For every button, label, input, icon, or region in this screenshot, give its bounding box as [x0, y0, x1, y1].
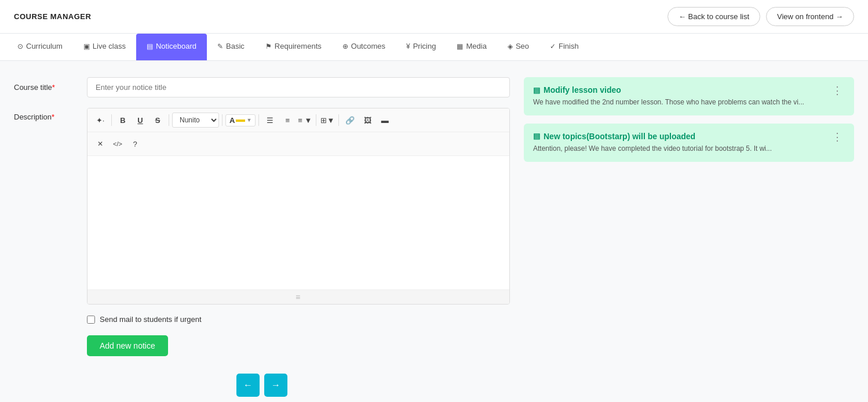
tab-noticeboard[interactable]: ▤ Noticeboard — [136, 34, 207, 60]
notice-card-2: ▤ New topics(Bootstarp) will be uploaded… — [524, 124, 854, 162]
course-title-row: Course title* — [14, 77, 510, 97]
topbar-actions: ← Back to course list View on frontend → — [668, 7, 854, 26]
finish-icon: ✓ — [550, 42, 556, 50]
notice-card-2-desc: Attention, please! We have completed the… — [533, 144, 830, 154]
liveclass-icon: ▣ — [83, 42, 90, 50]
magic-toolbar-button[interactable]: ✦· — [92, 112, 108, 128]
next-page-button[interactable]: → — [264, 374, 287, 397]
image-button[interactable]: 🖼 — [359, 112, 375, 128]
bold-button[interactable]: B — [115, 112, 131, 128]
tab-liveclass[interactable]: ▣ Live class — [73, 34, 136, 60]
send-mail-checkbox[interactable] — [87, 316, 95, 324]
editor-resize-bar[interactable]: ≡ — [87, 289, 509, 304]
align-button[interactable]: ≡ ▼ — [297, 112, 313, 128]
notice-card-2-icon: ▤ — [533, 132, 540, 140]
description-row: Description* ✦· B U S Nunito Arial Georg… — [14, 108, 510, 305]
notice-card-1-content: ▤ Modify lesson video We have modified t… — [533, 85, 830, 107]
bottom-navigation: ← → — [14, 362, 510, 402]
toolbar-separator-2 — [169, 114, 169, 126]
curriculum-icon: ⊙ — [17, 42, 23, 50]
tab-pricing[interactable]: ¥ Pricing — [396, 34, 446, 60]
table-button[interactable]: ⊞▼ — [319, 112, 335, 128]
notice-card-1-icon: ▤ — [533, 86, 540, 95]
basic-icon: ✎ — [217, 42, 223, 50]
notice-card-1-title: ▤ Modify lesson video — [533, 85, 830, 95]
tabs-bar: ⊙ Curriculum ▣ Live class ▤ Noticeboard … — [0, 34, 868, 61]
link-button[interactable]: 🔗 — [342, 112, 358, 128]
seo-icon: ◈ — [508, 42, 513, 50]
clean-format-button[interactable]: ✕ — [92, 136, 108, 152]
app-title: COURSE MANAGER — [14, 12, 91, 21]
add-notice-wrapper: Add new notice — [87, 335, 510, 356]
color-indicator — [236, 119, 245, 122]
toolbar-separator-4 — [258, 114, 259, 126]
unordered-list-button[interactable]: ☰ — [262, 112, 278, 128]
toolbar-separator-1 — [111, 114, 112, 126]
toolbar-separator-6 — [338, 114, 339, 126]
strikethrough-button[interactable]: S — [149, 112, 166, 128]
tab-finish[interactable]: ✓ Finish — [539, 34, 589, 60]
notice-card-1-desc: We have modified the 2nd number lesson. … — [533, 97, 830, 107]
editor-body[interactable] — [87, 156, 509, 289]
tab-media[interactable]: ▦ Media — [446, 34, 497, 60]
toolbar-separator-5 — [316, 114, 316, 126]
toolbar-separator-3 — [222, 114, 223, 126]
outcomes-icon: ⊕ — [342, 42, 348, 50]
editor-toolbar-row2: ✕ </> ? — [87, 132, 509, 156]
code-view-button[interactable]: </> — [110, 136, 126, 152]
editor-toolbar-row1: ✦· B U S Nunito Arial Georgia A — [87, 108, 509, 132]
notice-card-1-menu-button[interactable]: ⋮ — [830, 85, 845, 96]
main-content: Course title* Description* ✦· B U S Nu — [0, 61, 868, 402]
embed-button[interactable]: ▬ — [377, 112, 393, 128]
notice-card-1: ▤ Modify lesson video We have modified t… — [524, 77, 854, 115]
help-button[interactable]: ? — [127, 136, 143, 152]
editor-container: ✦· B U S Nunito Arial Georgia A — [87, 108, 510, 305]
requirements-icon: ⚑ — [265, 42, 272, 50]
add-new-notice-button[interactable]: Add new notice — [87, 335, 168, 356]
send-mail-label[interactable]: Send mail to students if urgent — [100, 315, 202, 324]
tab-curriculum[interactable]: ⊙ Curriculum — [7, 34, 73, 60]
font-color-button[interactable]: A ▼ — [225, 114, 256, 126]
underline-button[interactable]: U — [132, 112, 148, 128]
back-to-course-list-button[interactable]: ← Back to course list — [668, 7, 760, 26]
font-family-select[interactable]: Nunito Arial Georgia — [172, 113, 219, 128]
tab-basic[interactable]: ✎ Basic — [207, 34, 255, 60]
tab-requirements[interactable]: ⚑ Requirements — [255, 34, 332, 60]
notice-card-2-menu-button[interactable]: ⋮ — [830, 132, 845, 142]
noticeboard-icon: ▤ — [147, 42, 153, 50]
tab-outcomes[interactable]: ⊕ Outcomes — [332, 34, 396, 60]
course-title-input[interactable] — [87, 77, 510, 97]
ordered-list-button[interactable]: ≡ — [279, 112, 296, 128]
tab-seo[interactable]: ◈ Seo — [497, 34, 539, 60]
media-icon: ▦ — [457, 42, 463, 50]
description-label: Description* — [14, 108, 78, 121]
topbar: COURSE MANAGER ← Back to course list Vie… — [0, 0, 868, 34]
pricing-icon: ¥ — [406, 42, 410, 50]
notices-panel: ▤ Modify lesson video We have modified t… — [524, 77, 854, 402]
send-mail-row: Send mail to students if urgent — [87, 315, 510, 324]
form-section: Course title* Description* ✦· B U S Nu — [14, 77, 510, 402]
notice-card-2-title: ▤ New topics(Bootstarp) will be uploaded — [533, 132, 830, 141]
view-on-frontend-button[interactable]: View on frontend → — [766, 7, 854, 26]
prev-page-button[interactable]: ← — [236, 374, 260, 397]
course-title-label: Course title* — [14, 77, 78, 92]
notice-card-2-content: ▤ New topics(Bootstarp) will be uploaded… — [533, 132, 830, 154]
